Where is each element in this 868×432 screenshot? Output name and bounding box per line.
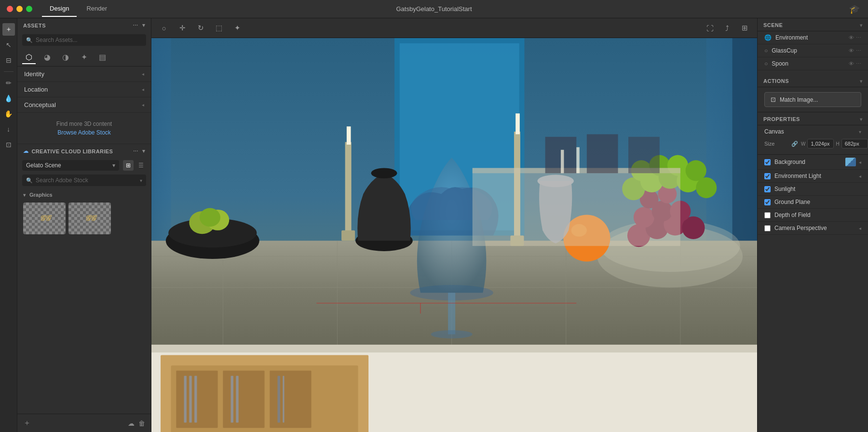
- thumbnail-1[interactable]: 𝒢𝒢: [23, 202, 66, 234]
- sunlight-checkbox[interactable]: [764, 186, 771, 192]
- cc-icon: ☁: [23, 148, 28, 154]
- height-label: H: [836, 141, 839, 147]
- toolbar-move[interactable]: ✛: [176, 21, 189, 35]
- panel-add-btn[interactable]: ＋: [23, 418, 31, 428]
- checkbox-depth-of-field[interactable]: Depth of Field: [758, 209, 868, 222]
- panel-cc-btn[interactable]: ☁: [128, 419, 135, 427]
- properties-header-chevron[interactable]: ▾: [860, 117, 863, 122]
- find-more-text: Find more 3D content: [56, 121, 112, 127]
- scene-item-environment[interactable]: 🌐 Environment 👁 ⋯: [758, 31, 868, 44]
- svg-rect-71: [628, 137, 660, 173]
- checkbox-sunlight[interactable]: Sunlight: [758, 183, 868, 196]
- toolbar-expand[interactable]: ⛶: [703, 21, 717, 35]
- width-input[interactable]: [807, 139, 834, 148]
- scene-item-spoon[interactable]: ○ Spoon 👁 ⋯: [758, 57, 868, 70]
- graphics-section: ▾ Graphics: [17, 188, 151, 200]
- scene-item-glasscup[interactable]: ○ GlassCup 👁 ⋯: [758, 44, 868, 57]
- spoon-vis-btn[interactable]: 👁: [849, 61, 854, 67]
- tool-arrow-down[interactable]: ↓: [2, 123, 15, 135]
- asset-type-material[interactable]: ◕: [41, 51, 54, 64]
- asset-types-bar: ⬡ ◕ ◑ ✦ ▤: [17, 49, 151, 67]
- tab-design[interactable]: Design: [42, 1, 77, 17]
- nav-conceptual[interactable]: Conceptual ◂: [17, 97, 151, 113]
- glasscup-more-btn[interactable]: ⋯: [856, 48, 861, 54]
- tool-hand[interactable]: ✋: [2, 108, 15, 120]
- titlebar: Design Render GatsbyGelato_TutorialStart…: [0, 0, 868, 18]
- panel-trash-btn[interactable]: 🗑: [138, 419, 145, 427]
- scene-header-chevron[interactable]: ▾: [860, 23, 863, 28]
- background-checkbox[interactable]: [764, 159, 771, 165]
- minimize-button[interactable]: [16, 6, 23, 12]
- view-list-btn[interactable]: ☰: [136, 160, 146, 171]
- cc-libraries-title: CREATIVE CLOUD LIBRARIES: [31, 148, 133, 154]
- cc-search-expand[interactable]: ▾: [140, 178, 142, 183]
- checkbox-camera-perspective[interactable]: Camera Perspective ◂: [758, 222, 868, 235]
- actions-header-chevron[interactable]: ▾: [860, 79, 863, 84]
- environment-light-label: Environment Light: [774, 173, 855, 179]
- tool-stamp[interactable]: ⊡: [2, 138, 15, 151]
- svg-rect-67: [473, 168, 680, 246]
- cc-search-input[interactable]: [36, 177, 137, 184]
- cc-lib-more-btn[interactable]: ···: [133, 148, 138, 154]
- tool-pen[interactable]: ✏: [2, 77, 15, 89]
- depth-of-field-checkbox[interactable]: [764, 212, 771, 218]
- canvas-chevron[interactable]: ▾: [859, 129, 861, 135]
- cc-library-select[interactable]: Gelato Scene ▾: [22, 160, 119, 171]
- thumbnail-2[interactable]: 𝒢𝒢: [68, 202, 111, 234]
- left-panel: ASSETS ··· ▾ 🔍 ⬡ ◕ ◑ ✦ ▤ Identity ◂ Loca…: [17, 18, 151, 432]
- browse-stock-link[interactable]: Browse Adobe Stock: [24, 129, 144, 136]
- tool-eyedropper[interactable]: 💧: [2, 92, 15, 105]
- tool-add[interactable]: ＋: [2, 23, 15, 36]
- camera-perspective-checkbox[interactable]: [764, 225, 771, 231]
- svg-rect-21: [223, 371, 264, 428]
- scene-item-glasscup-actions: 👁 ⋯: [849, 48, 861, 54]
- cc-library-chevron: ▾: [112, 162, 115, 169]
- search-input[interactable]: [36, 37, 142, 43]
- checkbox-environment-light[interactable]: Environment Light ◂: [758, 170, 868, 183]
- camera-perspective-chevron[interactable]: ◂: [859, 226, 861, 231]
- tool-select[interactable]: ↖: [2, 39, 15, 51]
- toolbar-grid-view[interactable]: ⊞: [738, 21, 751, 35]
- checkbox-ground-plane[interactable]: Ground Plane: [758, 196, 868, 209]
- svg-rect-73: [561, 150, 564, 174]
- toolbar-frame[interactable]: ⬚: [212, 21, 226, 35]
- ground-plane-checkbox[interactable]: [764, 199, 771, 205]
- canvas-area[interactable]: [151, 38, 757, 432]
- toolbar-select-circle[interactable]: ○: [157, 21, 171, 35]
- close-button[interactable]: [7, 6, 13, 12]
- match-image-button[interactable]: ⊡ Match Image...: [764, 92, 861, 107]
- cc-search-icon: 🔍: [26, 177, 33, 184]
- cc-libraries-header: ☁ CREATIVE CLOUD LIBRARIES ··· ▾: [17, 144, 151, 158]
- nav-location[interactable]: Location ◂: [17, 82, 151, 97]
- tool-layers[interactable]: ⊟: [2, 54, 15, 67]
- asset-type-image[interactable]: ▤: [95, 51, 109, 64]
- cc-library-label: Gelato Scene: [26, 162, 110, 169]
- cc-lib-collapse-btn[interactable]: ▾: [142, 148, 145, 154]
- spoon-more-btn[interactable]: ⋯: [856, 61, 861, 67]
- checkbox-background[interactable]: Background ◂: [758, 155, 868, 170]
- environment-light-chevron[interactable]: ◂: [859, 174, 861, 179]
- svg-rect-35: [345, 142, 352, 236]
- link-icon: 🔗: [791, 141, 798, 147]
- ground-plane-label: Ground Plane: [774, 199, 861, 205]
- tab-render[interactable]: Render: [79, 1, 115, 17]
- nav-conceptual-chevron: ◂: [142, 102, 144, 108]
- view-grid-btn[interactable]: ⊞: [123, 160, 134, 171]
- asset-type-3d[interactable]: ⬡: [22, 51, 36, 64]
- toolbar-light[interactable]: ✦: [231, 21, 244, 35]
- environment-light-checkbox[interactable]: [764, 173, 771, 179]
- assets-collapse-btn[interactable]: ▾: [142, 22, 146, 28]
- toolbar-rotate[interactable]: ↻: [194, 21, 207, 35]
- svg-rect-24: [189, 376, 191, 423]
- height-input[interactable]: [841, 139, 868, 148]
- nav-identity[interactable]: Identity ◂: [17, 67, 151, 82]
- assets-more-btn[interactable]: ···: [133, 22, 138, 28]
- asset-type-light[interactable]: ◑: [59, 51, 72, 64]
- asset-type-environment[interactable]: ✦: [77, 51, 91, 64]
- glasscup-vis-btn[interactable]: 👁: [849, 48, 854, 54]
- environment-vis-btn[interactable]: 👁: [849, 35, 854, 41]
- background-chevron[interactable]: ◂: [859, 160, 861, 165]
- environment-more-btn[interactable]: ⋯: [856, 35, 861, 41]
- toolbar-export[interactable]: ⤴: [720, 21, 734, 35]
- maximize-button[interactable]: [26, 6, 32, 12]
